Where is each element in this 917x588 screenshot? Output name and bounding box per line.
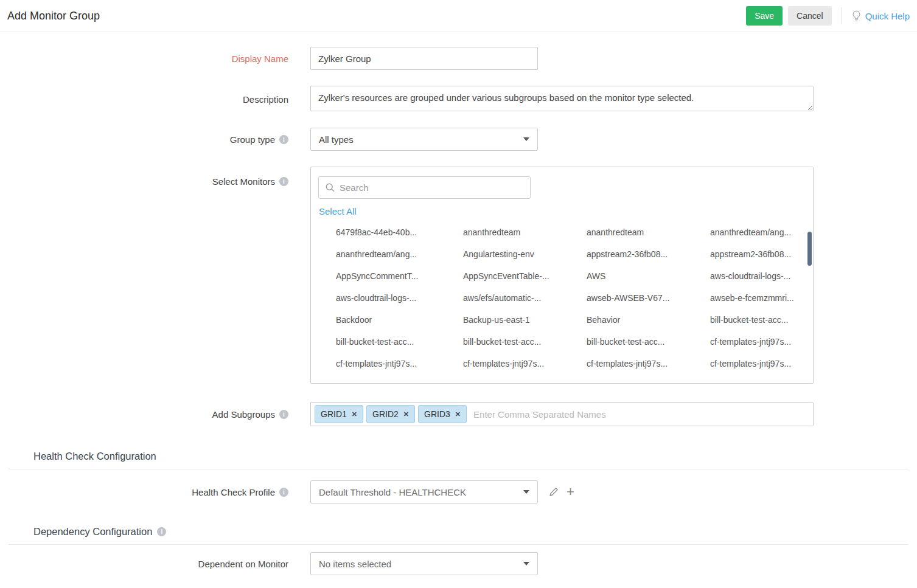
select-monitors-row: Select Monitors i Select All 6479f8a (0, 167, 917, 384)
monitor-item[interactable]: AppSyncCommentT... (336, 265, 463, 287)
monitor-item[interactable]: Behavior (587, 309, 710, 331)
quick-help-link[interactable]: Quick Help (865, 11, 910, 21)
subgroup-chip-label: GRID1 (321, 409, 347, 419)
monitor-item-label: cf-templates-jntj97s... (587, 359, 668, 368)
monitor-item[interactable]: Angulartesting-env (463, 243, 587, 265)
health-check-profile-select[interactable]: Default Threshold - HEALTHCHECK (310, 480, 538, 503)
monitor-item-label: cf-templates-jntj97s... (463, 359, 544, 368)
monitor-list: 6479f8ac-44eb-40b... ananthredteam anant… (336, 221, 813, 375)
monitor-item-label: aws/efs/automatic-... (463, 293, 541, 303)
description-row: Description Zylker's resources are group… (0, 86, 917, 113)
monitors-panel: Select All 6479f8ac-44eb-40b... ananthre… (310, 167, 814, 384)
monitor-item-label: bill-bucket-test-acc... (587, 337, 664, 347)
monitor-item[interactable]: awseb-AWSEB-V67... (587, 287, 710, 309)
monitor-item[interactable]: bill-bucket-test-acc... (587, 331, 710, 353)
monitors-scrollbar-thumb[interactable] (807, 232, 812, 266)
add-plus-icon[interactable]: + (567, 485, 574, 499)
subgroup-chip: GRID1 ✕ (315, 405, 363, 423)
header-bar: Add Monitor Group Save Cancel Quick Help (0, 0, 917, 32)
monitor-search-input[interactable] (340, 182, 523, 193)
monitor-item[interactable]: AWS (587, 265, 710, 287)
subgroups-text-input[interactable] (469, 409, 811, 420)
monitor-item-label: bill-bucket-test-acc... (336, 337, 414, 347)
add-subgroups-label: Add Subgroups (212, 409, 275, 420)
health-check-profile-info-icon[interactable]: i (279, 488, 288, 497)
monitor-item[interactable]: cf-templates-jntj97s... (587, 353, 710, 375)
dependency-section-label: Dependency Configuration (33, 526, 152, 538)
health-check-profile-value: Default Threshold - HEALTHCHECK (319, 487, 466, 497)
add-subgroups-info-icon[interactable]: i (279, 410, 288, 419)
monitor-item-label: AppSyncEventTable-... (463, 271, 549, 281)
monitor-item[interactable]: bill-bucket-test-acc... (463, 331, 587, 353)
chip-close-icon[interactable]: ✕ (455, 410, 461, 418)
monitor-item-label: ananthredteam/ang... (710, 227, 791, 237)
monitor-item[interactable]: aws-cloudtrail-logs-... (710, 265, 813, 287)
monitor-item[interactable]: 6479f8ac-44eb-40b... (336, 221, 463, 243)
health-check-section-label: Health Check Configuration (33, 451, 156, 462)
monitor-item-label: cf-templates-jntj97s... (710, 337, 791, 347)
select-monitors-label: Select Monitors (212, 176, 275, 187)
dependent-on-monitor-select[interactable]: No items selected (310, 552, 538, 575)
monitor-item-label: awseb-AWSEB-V67... (587, 293, 669, 303)
page-title: Add Monitor Group (7, 10, 100, 22)
monitor-item[interactable]: cf-templates-jntj97s... (710, 353, 813, 375)
chevron-down-icon (523, 137, 529, 141)
group-type-select[interactable]: All types (310, 128, 538, 151)
monitor-item-label: aws-cloudtrail-logs-... (710, 271, 790, 281)
edit-pencil-icon[interactable] (549, 487, 559, 497)
description-textarea[interactable]: Zylker's resources are grouped under var… (310, 86, 814, 111)
group-type-info-icon[interactable]: i (279, 135, 288, 144)
display-name-input[interactable] (310, 47, 538, 70)
monitor-item[interactable]: aws/efs/automatic-... (463, 287, 587, 309)
monitor-item[interactable]: Backup-us-east-1 (463, 309, 587, 331)
profile-action-icons: + (549, 480, 574, 503)
monitor-item-label: appstream2-36fb08... (710, 249, 791, 259)
monitor-item[interactable]: AppSyncEventTable-... (463, 265, 587, 287)
chip-close-icon[interactable]: ✕ (352, 410, 357, 418)
display-name-row: Display Name (0, 47, 917, 70)
monitor-item-label: Angulartesting-env (463, 249, 534, 259)
cancel-button[interactable]: Cancel (788, 6, 832, 26)
dependent-on-monitor-row: Dependent on Monitor No items selected (0, 552, 917, 575)
health-check-profile-label: Health Check Profile (192, 487, 275, 497)
subgroup-chip-label: GRID2 (372, 409, 399, 419)
monitor-item[interactable]: bill-bucket-test-acc... (336, 331, 463, 353)
monitor-item[interactable]: ananthredteam (463, 221, 587, 243)
monitor-item[interactable]: cf-templates-jntj97s... (463, 353, 587, 375)
select-monitors-info-icon[interactable]: i (279, 177, 288, 186)
subgroups-input[interactable]: GRID1 ✕ GRID2 ✕ GRID3 ✕ (310, 402, 814, 426)
monitor-item[interactable]: awseb-e-fcemzmmri... (710, 287, 813, 309)
group-type-value: All types (319, 134, 354, 145)
search-icon (326, 183, 335, 192)
monitor-item-label: Behavior (587, 315, 620, 325)
monitor-item-label: AppSyncCommentT... (336, 271, 418, 281)
bulb-icon (852, 10, 861, 22)
chip-close-icon[interactable]: ✕ (403, 410, 409, 418)
monitor-item-label: bill-bucket-test-acc... (710, 315, 788, 325)
group-type-row: Group type i All types (0, 128, 917, 151)
add-monitor-group-form: Display Name Description Zylker's resour… (0, 32, 917, 575)
select-all-link[interactable]: Select All (319, 206, 357, 216)
save-button[interactable]: Save (746, 6, 783, 26)
add-subgroups-row: Add Subgroups i GRID1 ✕ GRID2 ✕ (0, 402, 917, 426)
monitor-item[interactable]: aws-cloudtrail-logs-... (336, 287, 463, 309)
monitor-item[interactable]: ananthredteam/ang... (710, 221, 813, 243)
health-check-section-title: Health Check Configuration (33, 451, 917, 462)
subgroup-chip-label: GRID3 (424, 409, 450, 419)
monitor-item[interactable]: bill-bucket-test-acc... (710, 309, 813, 331)
monitor-item[interactable]: appstream2-36fb08... (587, 243, 710, 265)
dependency-section-title: Dependency Configuration i (33, 526, 917, 538)
monitor-item-label: ananthredteam/ang... (336, 249, 417, 259)
monitor-item[interactable]: appstream2-36fb08... (710, 243, 813, 265)
monitor-item[interactable]: Backdoor (336, 309, 463, 331)
dependent-on-monitor-value: No items selected (319, 559, 391, 569)
header-actions: Save Cancel Quick Help (746, 6, 910, 26)
monitor-item-label: Backdoor (336, 315, 372, 325)
monitor-item[interactable]: ananthredteam/ang... (336, 243, 463, 265)
monitor-item[interactable]: cf-templates-jntj97s... (710, 331, 813, 353)
display-name-label: Display Name (232, 54, 288, 64)
monitor-item[interactable]: cf-templates-jntj97s... (336, 353, 463, 375)
monitor-item-label: 6479f8ac-44eb-40b... (336, 227, 417, 237)
monitor-item[interactable]: ananthredteam (587, 221, 710, 243)
dependency-section-info-icon[interactable]: i (157, 527, 166, 536)
